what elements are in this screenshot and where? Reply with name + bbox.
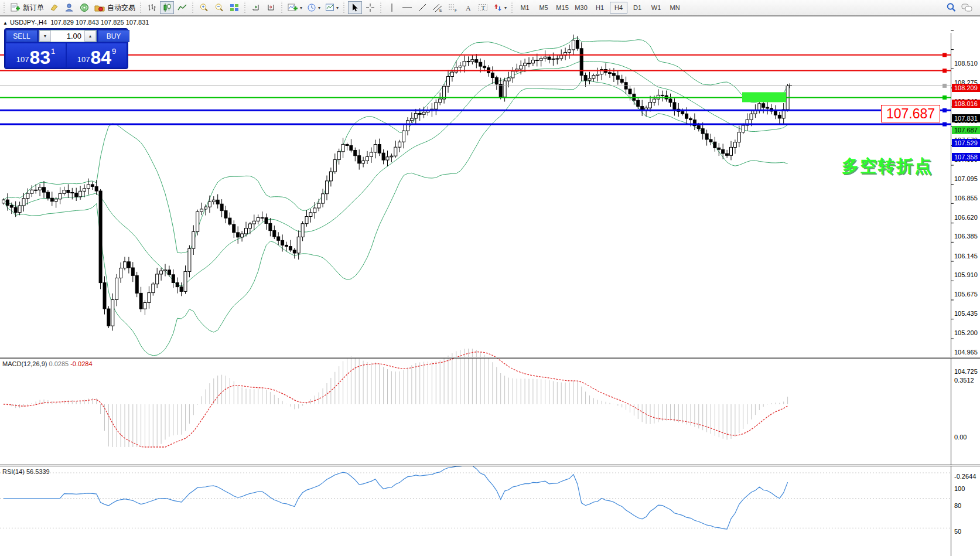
toolbar-grip[interactable] [139, 2, 142, 13]
vertical-line-icon [388, 3, 396, 12]
signals-button[interactable] [77, 1, 91, 14]
y-axis-tick: 106.145 [954, 253, 978, 260]
cn-note-text[interactable]: 多空转折点 [842, 155, 933, 178]
crosshair-tool-button[interactable] [363, 1, 377, 14]
price-line-handle[interactable] [943, 108, 947, 112]
chart-shift-icon [267, 3, 276, 12]
auto-scroll-button[interactable] [249, 1, 263, 14]
trendline-icon [418, 3, 427, 12]
dropdown-caret-icon: ▾ [318, 5, 320, 11]
horizontal-line-tool-button[interactable] [400, 1, 414, 14]
collapse-trade-panel-icon[interactable]: ▲ [3, 21, 8, 26]
toolbar-grip[interactable] [281, 2, 284, 13]
timeframe-m5[interactable]: M5 [535, 2, 552, 13]
sell-price-sup: 1 [51, 45, 55, 56]
chat-button[interactable] [959, 1, 975, 14]
price-line-handle[interactable] [943, 53, 947, 57]
text-tool-button[interactable]: A [461, 1, 475, 14]
styler-icon [49, 3, 59, 12]
template-icon [325, 3, 334, 12]
profile-button[interactable] [62, 1, 76, 14]
sell-button[interactable]: SELL [6, 30, 37, 42]
price-line-handle[interactable] [943, 122, 947, 127]
fibonacci-icon: F [448, 3, 458, 12]
add-indicator-icon [288, 3, 298, 12]
toolbar-grip[interactable] [343, 2, 346, 13]
bar-chart-icon [147, 3, 156, 12]
timeframe-h1[interactable]: H1 [591, 2, 609, 13]
auto-trading-label: 自动交易 [107, 3, 135, 13]
add-indicator-button[interactable]: ▾ [286, 1, 304, 14]
arrows-tool-button[interactable]: ▾ [491, 1, 508, 14]
macd-axis-tick: 0.00 [954, 434, 967, 441]
chart-shift-button[interactable] [264, 1, 278, 14]
line-chart-mode-button[interactable] [175, 1, 189, 14]
timeframe-m1[interactable]: M1 [516, 2, 534, 13]
trendline-tool-button[interactable] [415, 1, 429, 14]
y-axis-tick: 104.725 [954, 368, 978, 375]
toolbar-grip[interactable] [3, 2, 6, 13]
rsi-line [4, 466, 788, 529]
buy-price[interactable]: 107 84 9 [67, 43, 127, 67]
horizontal-line-icon [402, 3, 412, 12]
cursor-tool-button[interactable] [348, 1, 362, 14]
toolbar-grip[interactable] [244, 2, 247, 13]
chart-area: ▲USDJPY-,H4 107.829 107.843 107.825 107.… [0, 16, 980, 556]
highlight-zone[interactable] [742, 92, 786, 102]
auto-trading-button[interactable]: 自动交易 [93, 1, 137, 14]
zoom-in-button[interactable] [197, 1, 211, 14]
zoom-out-button[interactable] [212, 1, 226, 14]
svg-text:T: T [482, 4, 486, 11]
pane-separator[interactable] [0, 357, 980, 359]
symbol-name: USDJPY-,H4 [10, 19, 47, 26]
svg-text:A: A [466, 4, 471, 12]
y-axis-tick: 105.435 [954, 310, 978, 317]
toolbar-grip[interactable] [380, 2, 383, 13]
price-annotation-box[interactable]: 107.687 [881, 105, 940, 122]
vertical-line-tool-button[interactable] [385, 1, 399, 14]
candlestick-mode-button[interactable] [160, 1, 174, 14]
price-line-handle[interactable] [943, 95, 947, 100]
timeframe-d1[interactable]: D1 [629, 2, 646, 13]
macd-label: MACD(12,26,9) 0.0285 -0.0284 [2, 360, 93, 367]
price-axis-border [951, 33, 951, 556]
buy-button[interactable]: BUY [98, 30, 129, 42]
new-order-button[interactable]: 新订单 [8, 1, 46, 14]
volume-down-button[interactable]: ▼ [39, 30, 51, 42]
timeframe-m15[interactable]: M15 [554, 2, 571, 13]
clock-icon [307, 3, 316, 12]
bar-chart-mode-button[interactable] [145, 1, 159, 14]
dropdown-caret-icon: ▾ [300, 5, 302, 11]
toolbar-grip[interactable] [192, 2, 194, 13]
macd-axis-tick: -0.2644 [954, 473, 976, 480]
cursor-icon [350, 3, 360, 12]
chart-canvas[interactable] [0, 16, 980, 556]
price-line-handle[interactable] [943, 84, 947, 88]
channel-tool-button[interactable]: E [431, 1, 445, 14]
template-button[interactable]: ▾ [323, 1, 340, 14]
search-button[interactable] [944, 1, 958, 14]
toolbar-grip[interactable] [511, 2, 514, 13]
dropdown-caret-icon: ▾ [504, 5, 507, 11]
tile-windows-button[interactable] [227, 1, 241, 14]
styler-button[interactable] [47, 1, 61, 14]
candlestick-series [2, 35, 790, 331]
fibonacci-tool-button[interactable]: F [446, 1, 460, 14]
y-axis-tick: 105.910 [954, 271, 978, 278]
symbol-header: ▲USDJPY-,H4 107.829 107.843 107.825 107.… [3, 19, 149, 26]
price-lines [0, 53, 951, 126]
timeframe-w1[interactable]: W1 [647, 2, 665, 13]
price-line-handle[interactable] [943, 69, 947, 73]
sell-price[interactable]: 107 83 1 [6, 43, 66, 67]
price-badge-107.831: 107.831 [952, 114, 980, 122]
volume-up-button[interactable]: ▲ [84, 30, 96, 42]
rsi-levels [0, 473, 951, 528]
periods-button[interactable]: ▾ [305, 1, 322, 14]
pane-separator[interactable] [0, 465, 980, 466]
timeframe-h4[interactable]: H4 [610, 2, 627, 13]
text-label-tool-button[interactable]: T [476, 1, 490, 14]
mt4-window: 新订单 自动交易 [0, 0, 980, 556]
timeframe-mn[interactable]: MN [666, 2, 684, 13]
volume-input[interactable] [51, 30, 84, 42]
timeframe-m30[interactable]: M30 [572, 2, 590, 13]
